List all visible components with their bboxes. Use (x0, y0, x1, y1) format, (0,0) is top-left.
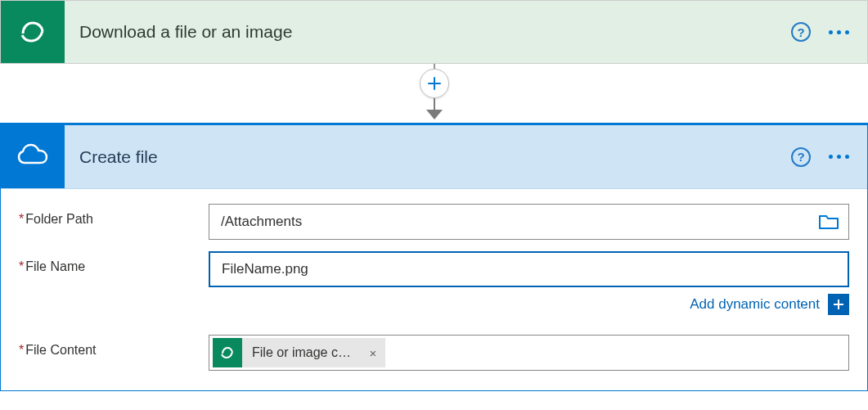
folder-path-input-wrap (209, 204, 849, 240)
download-action-title[interactable]: Download a file or an image (65, 1, 791, 63)
dataverse-connector-icon (213, 338, 242, 367)
file-name-label: *File Name (19, 251, 209, 274)
add-dynamic-content-button[interactable] (828, 294, 849, 315)
dataverse-connector-icon (1, 1, 65, 63)
create-file-action-header: Create file ? (1, 125, 867, 189)
file-name-row: *File Name Add dynamic content (19, 251, 849, 323)
file-content-row: *File Content File or image c… × (19, 335, 849, 371)
add-dynamic-content-link[interactable]: Add dynamic content (690, 296, 820, 313)
folder-path-label-text: Folder Path (25, 212, 93, 226)
file-content-input[interactable]: File or image c… × (209, 335, 849, 371)
download-action-header-actions: ? (791, 1, 867, 63)
folder-path-row: *Folder Path (19, 204, 849, 240)
token-label: File or image c… (242, 338, 361, 367)
create-file-action-body: *Folder Path *File Name (1, 189, 867, 390)
help-icon[interactable]: ? (791, 147, 811, 167)
create-file-action-card: Create file ? *Folder Path * (0, 123, 868, 391)
file-content-label: *File Content (19, 335, 209, 358)
help-icon[interactable]: ? (791, 22, 811, 42)
create-file-action-header-actions: ? (791, 125, 867, 188)
dynamic-content-token: File or image c… × (213, 338, 385, 367)
file-name-label-text: File Name (25, 259, 85, 273)
flow-connector (0, 64, 868, 123)
file-name-input[interactable] (210, 253, 848, 286)
file-content-label-text: File Content (25, 343, 96, 357)
add-step-button[interactable] (420, 69, 449, 98)
arrow-down-icon (426, 110, 443, 119)
folder-path-input[interactable] (209, 205, 809, 239)
folder-picker-button[interactable] (809, 205, 848, 239)
file-name-input-wrap (209, 251, 849, 287)
more-menu-icon[interactable] (829, 155, 849, 159)
folder-path-label: *Folder Path (19, 204, 209, 227)
plus-icon (832, 298, 845, 311)
add-dynamic-content-row: Add dynamic content (209, 294, 849, 315)
folder-icon (818, 213, 839, 231)
onedrive-connector-icon (1, 125, 65, 188)
download-action-card: Download a file or an image ? (0, 0, 868, 64)
token-remove-button[interactable]: × (361, 338, 385, 367)
more-menu-icon[interactable] (829, 30, 849, 34)
create-file-action-title[interactable]: Create file (65, 125, 791, 188)
